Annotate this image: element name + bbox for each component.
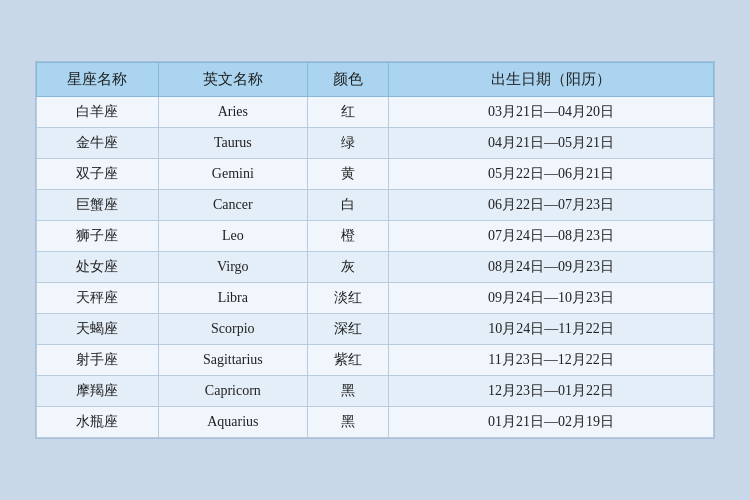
cell-color: 白 <box>307 190 388 221</box>
cell-date: 04月21日—05月21日 <box>389 128 714 159</box>
cell-chinese: 双子座 <box>37 159 159 190</box>
cell-date: 12月23日—01月22日 <box>389 376 714 407</box>
header-date: 出生日期（阳历） <box>389 63 714 97</box>
header-chinese: 星座名称 <box>37 63 159 97</box>
table-header-row: 星座名称 英文名称 颜色 出生日期（阳历） <box>37 63 714 97</box>
cell-chinese: 天蝎座 <box>37 314 159 345</box>
zodiac-table-container: 星座名称 英文名称 颜色 出生日期（阳历） 白羊座Aries红03月21日—04… <box>35 61 715 439</box>
cell-color: 绿 <box>307 128 388 159</box>
cell-chinese: 摩羯座 <box>37 376 159 407</box>
cell-chinese: 金牛座 <box>37 128 159 159</box>
table-row: 双子座Gemini黄05月22日—06月21日 <box>37 159 714 190</box>
cell-english: Taurus <box>158 128 307 159</box>
cell-date: 07月24日—08月23日 <box>389 221 714 252</box>
table-row: 白羊座Aries红03月21日—04月20日 <box>37 97 714 128</box>
cell-color: 淡红 <box>307 283 388 314</box>
cell-color: 黑 <box>307 407 388 438</box>
cell-english: Aquarius <box>158 407 307 438</box>
cell-english: Aries <box>158 97 307 128</box>
cell-color: 黑 <box>307 376 388 407</box>
table-row: 巨蟹座Cancer白06月22日—07月23日 <box>37 190 714 221</box>
cell-english: Cancer <box>158 190 307 221</box>
cell-english: Sagittarius <box>158 345 307 376</box>
cell-color: 紫红 <box>307 345 388 376</box>
cell-english: Scorpio <box>158 314 307 345</box>
cell-chinese: 天秤座 <box>37 283 159 314</box>
table-body: 白羊座Aries红03月21日—04月20日金牛座Taurus绿04月21日—0… <box>37 97 714 438</box>
table-row: 射手座Sagittarius紫红11月23日—12月22日 <box>37 345 714 376</box>
cell-date: 01月21日—02月19日 <box>389 407 714 438</box>
cell-color: 红 <box>307 97 388 128</box>
table-row: 天蝎座Scorpio深红10月24日—11月22日 <box>37 314 714 345</box>
cell-date: 10月24日—11月22日 <box>389 314 714 345</box>
cell-english: Gemini <box>158 159 307 190</box>
table-row: 处女座Virgo灰08月24日—09月23日 <box>37 252 714 283</box>
cell-english: Leo <box>158 221 307 252</box>
cell-chinese: 巨蟹座 <box>37 190 159 221</box>
zodiac-table: 星座名称 英文名称 颜色 出生日期（阳历） 白羊座Aries红03月21日—04… <box>36 62 714 438</box>
cell-date: 06月22日—07月23日 <box>389 190 714 221</box>
cell-date: 08月24日—09月23日 <box>389 252 714 283</box>
cell-chinese: 水瓶座 <box>37 407 159 438</box>
cell-color: 灰 <box>307 252 388 283</box>
header-color: 颜色 <box>307 63 388 97</box>
cell-color: 深红 <box>307 314 388 345</box>
cell-chinese: 狮子座 <box>37 221 159 252</box>
cell-color: 黄 <box>307 159 388 190</box>
cell-chinese: 白羊座 <box>37 97 159 128</box>
cell-english: Virgo <box>158 252 307 283</box>
cell-color: 橙 <box>307 221 388 252</box>
table-row: 水瓶座Aquarius黑01月21日—02月19日 <box>37 407 714 438</box>
cell-date: 03月21日—04月20日 <box>389 97 714 128</box>
cell-date: 05月22日—06月21日 <box>389 159 714 190</box>
cell-date: 11月23日—12月22日 <box>389 345 714 376</box>
cell-chinese: 处女座 <box>37 252 159 283</box>
cell-date: 09月24日—10月23日 <box>389 283 714 314</box>
cell-english: Capricorn <box>158 376 307 407</box>
table-row: 金牛座Taurus绿04月21日—05月21日 <box>37 128 714 159</box>
table-row: 狮子座Leo橙07月24日—08月23日 <box>37 221 714 252</box>
cell-english: Libra <box>158 283 307 314</box>
table-row: 摩羯座Capricorn黑12月23日—01月22日 <box>37 376 714 407</box>
header-english: 英文名称 <box>158 63 307 97</box>
table-row: 天秤座Libra淡红09月24日—10月23日 <box>37 283 714 314</box>
cell-chinese: 射手座 <box>37 345 159 376</box>
